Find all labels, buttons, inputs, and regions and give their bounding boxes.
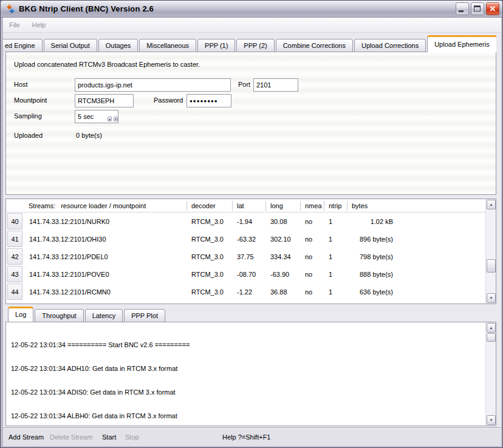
streams-scrollbar[interactable]: ▲ ▼ [485, 199, 496, 304]
mountpoint-input[interactable]: RTCM3EPH [75, 94, 134, 107]
tab-ppp-1[interactable]: PPP (1) [197, 39, 235, 52]
log-line: 12-05-22 13:01:34 ADH10: Get data in RTC… [11, 365, 491, 373]
close-icon: ✕ [490, 4, 496, 13]
spin-up-icon: ▲ [108, 117, 111, 121]
minimize-icon [459, 10, 464, 12]
content-area: ed Engine Serial Output Outages Miscella… [3, 33, 501, 446]
row-number[interactable]: 44 [7, 283, 22, 300]
cell-long: 334.34 [265, 253, 300, 260]
port-input[interactable]: 2101 [253, 78, 298, 92]
sampling-label: Sampling [14, 112, 42, 120]
cell-long: 302.10 [265, 236, 300, 243]
cell-ntrip: 1 [324, 288, 347, 296]
header-mountpoint[interactable]: Streams: resource loader / mountpoint [24, 201, 186, 211]
spin-down-button[interactable]: ▼ [114, 117, 118, 121]
cell-ntrip: 1 [324, 218, 347, 225]
menu-help[interactable]: Help [26, 19, 52, 30]
header-lat[interactable]: lat [232, 201, 265, 211]
maximize-icon [474, 5, 481, 12]
scroll-up-icon: ▲ [490, 203, 493, 206]
cell-bytes: 1.02 kB [347, 218, 395, 225]
password-label: Password [154, 97, 183, 104]
add-stream-button[interactable]: Add Stream [9, 433, 44, 441]
maximize-button[interactable] [471, 2, 484, 15]
log-line: 12-05-22 13:01:34 ADIS0: Get data in RTC… [11, 389, 491, 396]
header-decoder[interactable]: decoder [186, 201, 232, 211]
row-number[interactable]: 43 [7, 266, 22, 282]
scroll-up-button[interactable]: ▲ [487, 200, 496, 209]
table-row[interactable]: 41 141.74.33.12:2101/OHI30 RTCM_3.0 -63.… [6, 230, 496, 248]
cell-bytes: 896 byte(s) [347, 236, 395, 243]
header-bytes[interactable]: bytes [347, 201, 395, 211]
panel-caption: Upload concatenated RTCMv3 Broadcast Eph… [14, 61, 200, 68]
tab-ppp-plot[interactable]: PPP Plot [124, 309, 165, 322]
tab-throughput[interactable]: Throughput [35, 309, 83, 322]
scrollbar-thumb[interactable] [487, 259, 496, 273]
cell-ntrip: 1 [324, 236, 347, 243]
tab-latency[interactable]: Latency [85, 309, 123, 322]
row-number[interactable]: 40 [7, 213, 22, 229]
tab-upload-corrections[interactable]: Upload Corrections [354, 39, 426, 52]
close-button[interactable]: ✕ [486, 2, 499, 15]
table-row[interactable]: 43 141.74.33.12:2101/POVE0 RTCM_3.0 -08.… [6, 265, 496, 283]
spin-down-icon: ▼ [114, 117, 117, 121]
cell-lat: -1.94 [232, 218, 265, 225]
cell-decoder: RTCM_3.0 [186, 288, 232, 296]
cell-lat: -1.22 [232, 288, 265, 296]
tab-ppp-2[interactable]: PPP (2) [236, 39, 274, 52]
tab-miscellaneous[interactable]: Miscellaneous [139, 39, 196, 52]
tab-feed-engine[interactable]: ed Engine [3, 39, 43, 52]
menu-file[interactable]: File [3, 19, 26, 30]
stop-button[interactable]: Stop [125, 433, 139, 441]
spin-up-button[interactable]: ▲ [108, 117, 112, 121]
row-number[interactable]: 42 [7, 248, 22, 265]
host-input[interactable]: products.igs-ip.net [75, 78, 231, 92]
cell-bytes: 636 byte(s) [347, 288, 395, 296]
scroll-up-icon: ▲ [490, 326, 493, 330]
password-input[interactable]: ●●●●●●●● [186, 94, 231, 107]
cell-lat: -08.70 [232, 271, 265, 278]
cell-nmea: no [300, 288, 324, 296]
tab-log[interactable]: Log [8, 307, 33, 322]
title-bar[interactable]: BKG Ntrip Client (BNC) Version 2.6 ✕ [1, 1, 502, 18]
streams-table: Streams: resource loader / mountpoint de… [5, 199, 496, 304]
table-row[interactable]: 40 141.74.33.12:2101/NURK0 RTCM_3.0 -1.9… [6, 212, 496, 230]
header-long[interactable]: long [265, 201, 300, 211]
scroll-down-icon: ▼ [490, 418, 493, 422]
delete-stream-button[interactable]: Delete Stream [50, 433, 92, 441]
scroll-down-button[interactable]: ▼ [487, 415, 496, 425]
cell-long: 36.88 [265, 288, 300, 296]
log-panel[interactable]: 12-05-22 13:01:34 ========== Start BNC v… [5, 322, 496, 426]
header-nmea[interactable]: nmea [300, 201, 324, 211]
menu-bar: File Help [3, 18, 501, 33]
header-ntrip[interactable]: ntrip [324, 201, 347, 211]
minimize-button[interactable] [456, 2, 469, 15]
log-line: 12-05-22 13:01:34 ========== Start BNC v… [11, 341, 491, 349]
tab-combine-corrections[interactable]: Combine Corrections [276, 39, 353, 52]
start-button[interactable]: Start [102, 433, 116, 441]
upload-ephemeris-panel: Upload concatenated RTCMv3 Broadcast Eph… [5, 52, 496, 195]
help-shortcut-label: Help ?=Shift+F1 [222, 433, 271, 441]
uploaded-value: 0 byte(s) [76, 132, 102, 139]
cell-lat: -63.32 [232, 236, 265, 243]
log-line: 12-05-22 13:01:34 ALBH0: Get data in RTC… [11, 412, 491, 420]
tab-outages[interactable]: Outages [98, 39, 139, 52]
cell-nmea: no [300, 236, 324, 243]
row-number[interactable]: 41 [7, 231, 22, 247]
tab-upload-ephemeris[interactable]: Upload Ephemeris [427, 35, 496, 52]
table-row[interactable]: 44 141.74.33.12:2101/RCMN0 RTCM_3.0 -1.2… [6, 283, 496, 300]
cell-mountpoint: 141.74.33.12:2101/PDEL0 [24, 253, 186, 260]
log-scrollbar[interactable]: ▲ ▼ [485, 322, 496, 426]
cell-decoder: RTCM_3.0 [186, 218, 232, 225]
host-label: Host [14, 81, 28, 88]
scroll-down-button[interactable]: ▼ [487, 293, 496, 303]
table-row[interactable]: 42 141.74.33.12:2101/PDEL0 RTCM_3.0 37.7… [6, 248, 496, 265]
scroll-up-button[interactable]: ▲ [487, 323, 496, 333]
sampling-spinner[interactable]: 5 sec ▲ ▼ [75, 110, 118, 123]
cell-mountpoint: 141.74.33.12:2101/POVE0 [24, 271, 186, 278]
app-window: BKG Ntrip Client (BNC) Version 2.6 ✕ Fil… [0, 0, 503, 448]
cell-nmea: no [300, 218, 324, 225]
log-text: 12-05-22 13:01:34 ========== Start BNC v… [6, 322, 496, 426]
tab-serial-output[interactable]: Serial Output [44, 39, 97, 52]
scrollbar-thumb[interactable] [487, 333, 496, 342]
